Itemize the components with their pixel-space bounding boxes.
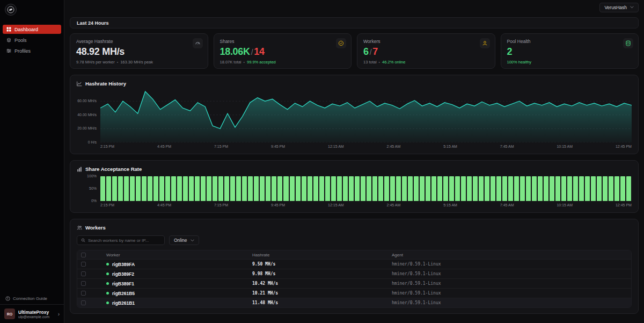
table-body: rigB389FA 9.50 MH/s hminer/0.59.1-Linux … bbox=[77, 259, 631, 307]
table-row[interactable]: rigB389FA 9.50 MH/s hminer/0.59.1-Linux bbox=[77, 259, 631, 269]
stat-value: 6/7 bbox=[363, 46, 489, 58]
row-checkbox[interactable] bbox=[81, 291, 86, 296]
stat-value-rejected: 14 bbox=[254, 46, 264, 57]
worker-agent: hminer/0.59.1-Linux bbox=[392, 291, 631, 296]
table-row[interactable]: rigB389F2 9.98 MH/s hminer/0.59.1-Linux bbox=[77, 269, 631, 278]
row-checkbox[interactable] bbox=[81, 281, 86, 286]
acceptance-bar bbox=[567, 176, 572, 201]
hashrate-area bbox=[100, 91, 632, 142]
acceptance-bar bbox=[597, 176, 602, 201]
acceptance-bar bbox=[455, 176, 460, 201]
workers-controls: Online bbox=[77, 235, 632, 245]
select-all-checkbox[interactable] bbox=[81, 253, 86, 257]
acceptance-bar bbox=[213, 176, 217, 201]
avatar: RO bbox=[4, 308, 15, 319]
acceptance-bar bbox=[331, 176, 336, 201]
acceptance-bar bbox=[130, 176, 135, 201]
stat-sub-b: 99.9% accepted bbox=[247, 60, 276, 64]
sidebar-item-dashboard[interactable]: Dashboard bbox=[3, 25, 61, 34]
stat-sub-a: 9.78 MH/s per worker bbox=[76, 60, 115, 64]
x-tick-label: 7:45 AM bbox=[500, 145, 514, 148]
acceptance-bar bbox=[260, 176, 265, 201]
bullet: • bbox=[379, 60, 380, 64]
stat-sub-b: 46.2% online bbox=[382, 60, 405, 64]
acceptance-bar bbox=[550, 176, 554, 201]
acceptance-bar bbox=[177, 176, 182, 201]
acceptance-bar bbox=[520, 176, 525, 201]
search-input[interactable] bbox=[88, 238, 160, 243]
acceptance-bar bbox=[372, 176, 377, 201]
stat-sub-a: 18.07K total bbox=[220, 60, 241, 64]
hashrate-chart: 60.00 MH/s40.00 MH/s20.00 MH/s0 H/s bbox=[77, 91, 632, 142]
stat-card-average-hashrate: Average Hashrate 48.92 MH/s 9.78 MH/s pe… bbox=[70, 33, 208, 69]
section-title: Workers bbox=[85, 225, 106, 231]
sidebar-item-profiles[interactable]: Profiles bbox=[3, 46, 61, 55]
line-chart-icon bbox=[77, 81, 82, 87]
stat-sub-b: 163.30 MH/s peak bbox=[120, 60, 153, 64]
acceptance-bar bbox=[118, 176, 123, 201]
status-filter-select[interactable]: Online bbox=[169, 235, 199, 245]
online-status-dot bbox=[106, 263, 109, 265]
chevron-down-icon bbox=[630, 5, 634, 9]
info-icon bbox=[5, 296, 10, 301]
stat-value-offline: 7 bbox=[372, 46, 378, 57]
acceptance-bar bbox=[349, 176, 354, 201]
x-tick-label: 12:45 PM bbox=[616, 145, 632, 148]
acceptance-bar bbox=[283, 176, 288, 201]
user-menu[interactable]: RO UltimateProxy ulp@example.com › bbox=[0, 304, 64, 323]
table-row[interactable]: rigB389F1 10.42 MH/s hminer/0.59.1-Linux bbox=[77, 278, 631, 288]
worker-name: rigB261B5 bbox=[112, 291, 135, 296]
stat-value: 2 bbox=[507, 46, 633, 58]
acceptance-bar bbox=[408, 176, 413, 201]
algorithm-select-value: VerusHash bbox=[604, 5, 627, 10]
x-tick-label: 5:15 AM bbox=[443, 145, 457, 148]
algorithm-select[interactable]: VerusHash bbox=[599, 3, 639, 12]
acceptance-bar bbox=[201, 176, 206, 201]
y-tick-label: 50% bbox=[89, 186, 97, 190]
stat-value-online: 6 bbox=[363, 46, 369, 57]
online-status-dot bbox=[106, 292, 109, 295]
y-tick-label: 40.00 MH/s bbox=[77, 113, 97, 117]
acceptance-bar bbox=[603, 176, 608, 201]
connection-guide-label: Connection Guide bbox=[13, 296, 47, 301]
online-status-dot bbox=[106, 282, 109, 285]
stat-label: Pool Health bbox=[507, 39, 633, 44]
table-row[interactable]: rigB261B5 10.21 MH/s hminer/0.59.1-Linux bbox=[77, 288, 631, 298]
user-email: ulp@example.com bbox=[18, 315, 55, 319]
acceptance-bar bbox=[242, 176, 247, 201]
stat-label: Average Hashrate bbox=[76, 39, 202, 44]
x-tick-label: 2:45 AM bbox=[387, 203, 401, 207]
acceptance-bar bbox=[620, 176, 625, 201]
profiles-icon bbox=[6, 48, 11, 53]
acceptance-bar bbox=[224, 176, 229, 201]
stat-subtext: 100% healthy bbox=[507, 60, 633, 64]
stat-value: 18.06K/14 bbox=[220, 46, 346, 58]
acceptance-bar bbox=[207, 176, 211, 201]
worker-name: rigB389F1 bbox=[112, 281, 134, 286]
column-header-hashrate: Hashrate bbox=[252, 253, 392, 257]
row-checkbox[interactable] bbox=[81, 271, 86, 276]
acceptance-bar bbox=[461, 176, 466, 201]
acceptance-bar bbox=[195, 176, 200, 201]
acceptance-bar bbox=[390, 176, 395, 201]
worker-agent: hminer/0.59.1-Linux bbox=[392, 262, 631, 267]
row-checkbox[interactable] bbox=[81, 262, 86, 267]
table-row[interactable]: rigB261B1 11.48 MH/s hminer/0.59.1-Linux bbox=[77, 298, 631, 307]
sidebar-item-pools[interactable]: Pools bbox=[3, 35, 61, 45]
acceptance-bar bbox=[159, 176, 164, 201]
worker-hashrate: 10.42 MH/s bbox=[252, 281, 392, 286]
app-logo[interactable] bbox=[5, 4, 17, 16]
acceptance-bar bbox=[496, 176, 501, 201]
worker-hashrate: 11.48 MH/s bbox=[252, 300, 392, 305]
pools-icon bbox=[6, 38, 11, 42]
badge-check-icon bbox=[336, 38, 346, 48]
x-tick-label: 7:15 PM bbox=[214, 203, 228, 207]
acceptance-bar bbox=[343, 176, 348, 201]
section-title: Hashrate History bbox=[85, 81, 126, 87]
stat-cards: Average Hashrate 48.92 MH/s 9.78 MH/s pe… bbox=[70, 33, 639, 69]
row-checkbox[interactable] bbox=[81, 300, 86, 305]
hashrate-plot bbox=[100, 91, 632, 142]
acceptance-bar bbox=[426, 176, 430, 201]
time-range-bar[interactable]: Last 24 Hours bbox=[70, 17, 639, 28]
connection-guide-link[interactable]: Connection Guide bbox=[0, 293, 64, 304]
